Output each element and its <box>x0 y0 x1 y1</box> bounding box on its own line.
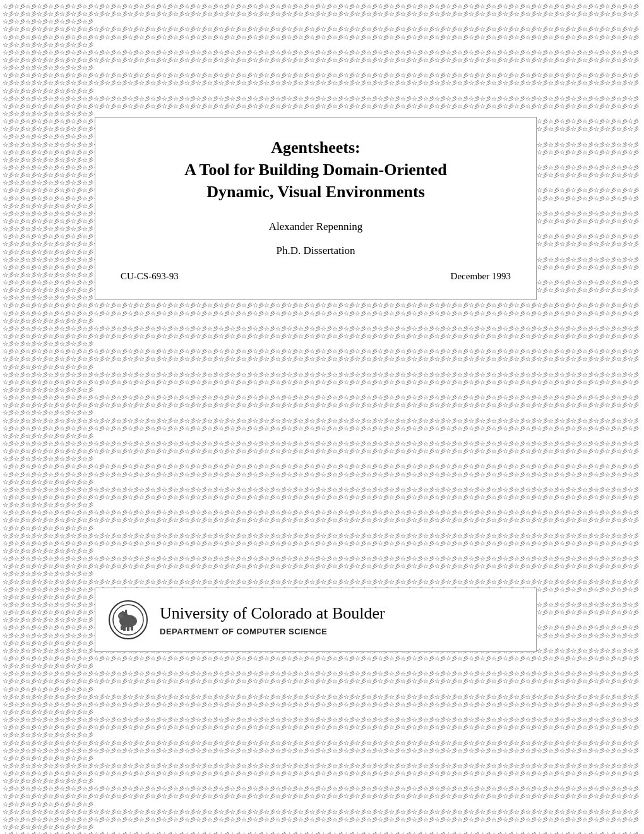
svg-rect-5 <box>125 610 127 613</box>
svg-rect-10 <box>121 626 123 630</box>
report-number: CU-CS-693-93 <box>121 271 179 282</box>
publication-date: December 1993 <box>451 271 511 282</box>
meta-row: CU-CS-693-93 December 1993 <box>121 271 511 282</box>
cu-logo-icon <box>108 600 148 640</box>
paper-title: Agentsheets: A Tool for Building Domain-… <box>121 136 511 203</box>
department-name: DEPARTMENT OF COMPUTER SCIENCE <box>160 627 385 636</box>
svg-point-6 <box>118 614 123 618</box>
svg-rect-8 <box>127 626 129 631</box>
title-card: Agentsheets: A Tool for Building Domain-… <box>95 117 537 300</box>
svg-rect-7 <box>123 626 126 631</box>
svg-rect-9 <box>131 626 133 631</box>
author-name: Alexander Repenning <box>121 221 511 233</box>
degree-type: Ph.D. Dissertation <box>121 245 511 257</box>
university-name: University of Colorado at Boulder <box>160 603 385 623</box>
university-card: University of Colorado at Boulder DEPART… <box>95 588 537 652</box>
university-info: University of Colorado at Boulder DEPART… <box>160 603 385 636</box>
